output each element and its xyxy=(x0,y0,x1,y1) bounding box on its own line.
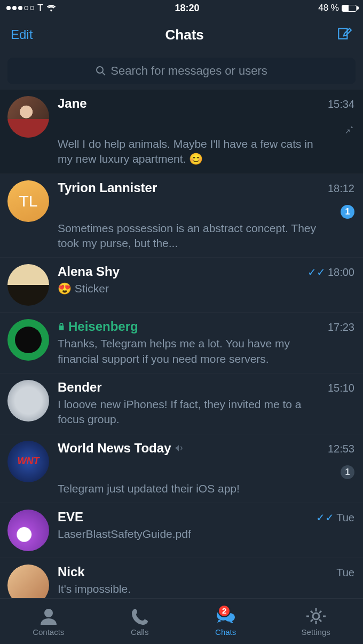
tab-label: Chats xyxy=(215,627,236,637)
chat-name: Tyrion Lannister xyxy=(58,180,157,195)
calls-icon xyxy=(130,607,150,626)
chat-row[interactable]: Jane 15:34 Well I do help animals. Maybe… xyxy=(0,90,363,174)
search-input[interactable]: Search for messages or users xyxy=(7,58,356,84)
avatar: TL xyxy=(7,180,49,222)
avatar xyxy=(7,264,49,306)
search-icon xyxy=(96,66,106,76)
compose-icon xyxy=(336,26,352,42)
chat-name: World News Today xyxy=(58,441,183,456)
tab-label: Calls xyxy=(131,627,148,637)
chat-message: LaserBlastSafetyGuide.pdf xyxy=(58,527,331,542)
avatar xyxy=(7,380,49,422)
read-check-icon: ✓✓ xyxy=(307,266,326,279)
signal-strength-icon xyxy=(6,6,34,10)
unread-badge: 1 xyxy=(341,205,354,219)
battery-icon xyxy=(342,5,357,12)
chat-row[interactable]: Heisenberg 17:23 Thanks, Telegram helps … xyxy=(0,313,363,373)
search-placeholder: Search for messages or users xyxy=(111,64,267,78)
chat-name: EVE xyxy=(58,510,83,524)
chat-row[interactable]: WNT World News Today 12:53 1 Telegram ju… xyxy=(0,434,363,503)
chat-time: 12:53 xyxy=(328,443,354,455)
chat-time: ✓✓ Tue xyxy=(316,511,354,524)
chat-time: Tue xyxy=(336,567,354,579)
chat-time: 18:12 xyxy=(328,182,354,195)
chat-name: Jane xyxy=(58,96,87,111)
chat-time: ✓✓ 18:00 xyxy=(307,266,354,279)
mute-icon xyxy=(174,444,183,452)
compose-button[interactable] xyxy=(336,26,352,44)
chat-name: Alena Shy xyxy=(58,264,120,279)
tab-calls[interactable]: Calls xyxy=(130,607,150,637)
chat-row[interactable]: EVE ✓✓ Tue LaserBlastSafetyGuide.pdf xyxy=(0,503,363,558)
tab-settings[interactable]: Settings xyxy=(302,607,330,637)
read-check-icon: ✓✓ xyxy=(316,511,334,524)
nav-bar: Edit Chats xyxy=(0,16,363,53)
chat-list: Jane 15:34 Well I do help animals. Maybe… xyxy=(0,90,363,613)
chat-name: Nick xyxy=(58,565,85,579)
chat-message: Thanks, Telegram helps me a lot. You hav… xyxy=(58,336,331,367)
wifi-icon xyxy=(46,4,56,12)
unread-badge: 1 xyxy=(341,465,354,479)
status-right: 48 % xyxy=(318,3,357,13)
avatar xyxy=(7,510,49,551)
avatar xyxy=(7,319,49,361)
tab-label: Contacts xyxy=(33,627,64,637)
chat-name: Bender xyxy=(58,380,102,395)
svg-line-1 xyxy=(102,73,105,75)
avatar xyxy=(7,96,49,138)
chat-message: I looove new iPhones! If fact, they invi… xyxy=(58,397,331,427)
chat-time: 17:23 xyxy=(328,321,354,333)
tab-bar: Contacts Calls 2 Chats Settings xyxy=(0,598,363,644)
chat-row[interactable]: TL Tyrion Lannister 18:12 1 Sometimes po… xyxy=(0,174,363,258)
chat-message: Sometimes possession is an abstract conc… xyxy=(58,221,331,251)
battery-percent: 48 % xyxy=(318,3,339,13)
chat-row[interactable]: Bender 15:10 I looove new iPhones! If fa… xyxy=(0,373,363,434)
chat-row[interactable]: Alena Shy ✓✓ 18:00 😍 Sticker xyxy=(0,258,363,313)
avatar: WNT xyxy=(7,441,49,482)
status-left: T xyxy=(6,3,56,14)
carrier-label: T xyxy=(37,3,43,14)
svg-point-0 xyxy=(97,67,103,73)
svg-point-5 xyxy=(313,613,319,619)
chat-message: Well I do help animals. Maybe I'll have … xyxy=(58,137,331,167)
chat-time: 15:34 xyxy=(328,98,354,110)
status-time: 18:20 xyxy=(175,3,200,14)
contacts-icon xyxy=(38,607,59,626)
avatar-initials: TL xyxy=(19,192,37,210)
chat-message: 😍 Sticker xyxy=(58,281,331,296)
status-bar: T 18:20 48 % xyxy=(0,0,363,16)
settings-icon xyxy=(306,607,326,626)
tab-contacts[interactable]: Contacts xyxy=(33,607,64,637)
tab-badge: 2 xyxy=(218,605,231,617)
chat-name: Heisenberg xyxy=(58,319,138,334)
edit-button[interactable]: Edit xyxy=(11,27,33,42)
pin-icon xyxy=(343,123,354,134)
tab-label: Settings xyxy=(302,627,330,637)
lock-icon xyxy=(58,322,65,331)
tab-chats[interactable]: 2 Chats xyxy=(215,607,236,637)
svg-point-2 xyxy=(44,609,53,617)
chat-message: It's impossible. xyxy=(58,582,331,597)
chat-time: 15:10 xyxy=(328,382,354,394)
chat-message: Telegram just updated their iOS app! xyxy=(58,481,331,496)
page-title: Chats xyxy=(165,27,204,43)
